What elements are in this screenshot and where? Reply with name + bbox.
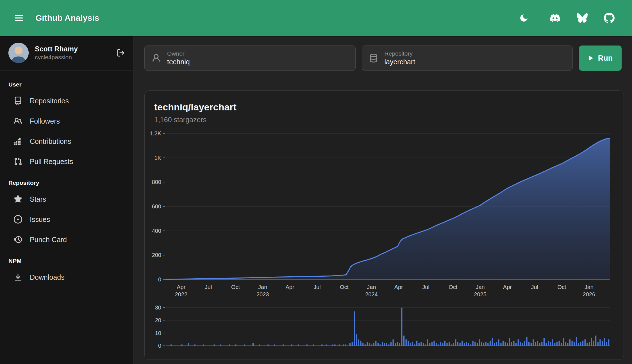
svg-text:1K: 1K	[154, 154, 162, 161]
app-header: Github Analysis	[0, 0, 632, 36]
punch-card-icon	[13, 235, 22, 244]
sidebar-item-label: Pull Requests	[30, 158, 73, 166]
nav-section-user: User	[0, 73, 133, 91]
svg-text:0: 0	[158, 343, 161, 349]
svg-text:Jan: Jan	[367, 284, 376, 290]
svg-text:200: 200	[152, 252, 161, 258]
repository-field-text: Repository layerchart	[385, 50, 415, 66]
card-subtitle: 1,160 stargazers	[154, 116, 611, 124]
svg-text:2022: 2022	[175, 291, 188, 297]
svg-text:2024: 2024	[365, 291, 378, 297]
owner-input[interactable]: Owner techniq	[144, 46, 356, 71]
charts: 02004006008001K1.2KApr2022JulOctJan2023A…	[145, 129, 624, 353]
svg-text:Apr: Apr	[177, 284, 185, 290]
bluesky-link[interactable]	[577, 13, 588, 23]
sign-out-button[interactable]	[116, 49, 125, 57]
sidebar-item-pull-requests[interactable]: Pull Requests	[0, 151, 133, 172]
card-head: techniq/layerchart 1,160 stargazers	[145, 91, 624, 124]
svg-text:2025: 2025	[474, 291, 486, 297]
person-icon	[151, 53, 161, 63]
header-actions	[519, 12, 615, 24]
svg-text:Oct: Oct	[231, 284, 240, 290]
owner-field-label: Owner	[167, 50, 190, 57]
sidebar-item-followers[interactable]: Followers	[0, 111, 133, 131]
followers-icon	[13, 117, 22, 125]
menu-button[interactable]	[13, 13, 24, 23]
svg-text:2023: 2023	[256, 291, 269, 297]
svg-text:Jul: Jul	[205, 284, 212, 290]
svg-text:30: 30	[155, 304, 161, 311]
sidebar-item-label: Repositories	[30, 97, 69, 105]
butterfly-icon	[577, 13, 588, 23]
profile-text: Scott Rhamy cycle4passion	[35, 45, 116, 61]
sidebar-item-label: Followers	[30, 117, 60, 125]
hamburger-icon	[13, 13, 24, 23]
repository-input[interactable]: Repository layerchart	[362, 46, 573, 71]
sidebar-item-label: Stars	[30, 195, 46, 203]
stargazers-card: techniq/layerchart 1,160 stargazers 0200…	[144, 90, 624, 360]
owner-field-text: Owner techniq	[167, 50, 190, 66]
svg-text:Jan: Jan	[258, 284, 267, 290]
run-button[interactable]: Run	[579, 46, 622, 71]
toolbar: Owner techniq Repository layerchart Run	[144, 46, 622, 71]
svg-text:Oct: Oct	[449, 284, 458, 290]
pull-request-icon	[13, 157, 22, 166]
svg-text:10: 10	[155, 330, 161, 336]
sidebar-item-label: Downloads	[30, 273, 65, 281]
profile-name: Scott Rhamy	[35, 45, 116, 53]
github-link[interactable]	[604, 13, 615, 23]
dark-mode-toggle[interactable]	[519, 13, 529, 23]
svg-text:600: 600	[152, 203, 161, 210]
svg-text:0: 0	[158, 276, 161, 283]
repository-field-value: layerchart	[385, 58, 415, 66]
stargazers-area-chart: 02004006008001K1.2KApr2022JulOctJan2023A…	[145, 129, 624, 304]
avatar	[8, 43, 29, 63]
play-icon	[588, 55, 594, 61]
svg-text:Jul: Jul	[313, 284, 321, 290]
github-icon	[604, 13, 615, 23]
contributions-icon	[13, 137, 22, 145]
sidebar-item-downloads[interactable]: Downloads	[0, 267, 133, 287]
sidebar-item-punch-card[interactable]: Punch Card	[0, 229, 133, 250]
stars-per-week-bar-chart: 0102030	[145, 304, 624, 353]
download-icon	[13, 273, 22, 281]
profile-username: cycle4passion	[35, 53, 116, 61]
database-icon	[369, 53, 378, 63]
run-button-label: Run	[598, 54, 613, 63]
svg-text:Apr: Apr	[285, 284, 294, 290]
sign-out-icon	[116, 49, 125, 57]
star-icon	[13, 195, 22, 203]
svg-text:800: 800	[152, 179, 161, 185]
profile-card: Scott Rhamy cycle4passion	[0, 36, 133, 70]
sidebar-nav: User Repositories Followers Cont	[0, 70, 133, 287]
svg-text:Jan: Jan	[476, 284, 485, 290]
sidebar-item-issues[interactable]: Issues	[0, 209, 133, 229]
svg-text:20: 20	[155, 317, 161, 323]
card-title: techniq/layerchart	[154, 101, 611, 113]
main-content: Owner techniq Repository layerchart Run	[133, 36, 632, 364]
sidebar-item-stars[interactable]: Stars	[0, 189, 133, 209]
sidebar-item-contributions[interactable]: Contributions	[0, 131, 133, 151]
svg-text:Apr: Apr	[394, 284, 403, 290]
discord-icon	[549, 12, 561, 24]
owner-field-value: techniq	[167, 58, 190, 66]
sidebar-item-repositories[interactable]: Repositories	[0, 91, 133, 111]
nav-section-npm: NPM	[0, 250, 133, 267]
discord-link[interactable]	[549, 12, 561, 24]
issue-icon	[13, 215, 22, 224]
svg-text:1.2K: 1.2K	[150, 130, 162, 136]
sidebar: Scott Rhamy cycle4passion User Repositor…	[0, 36, 133, 364]
sidebar-item-label: Contributions	[30, 137, 71, 145]
svg-text:Jul: Jul	[422, 284, 429, 290]
svg-text:Jul: Jul	[531, 284, 538, 290]
svg-text:Jan: Jan	[585, 284, 594, 290]
svg-text:400: 400	[152, 228, 161, 234]
svg-text:Oct: Oct	[340, 284, 349, 290]
moon-icon	[519, 13, 529, 23]
svg-text:Apr: Apr	[503, 284, 512, 290]
nav-section-repository: Repository	[0, 172, 133, 189]
sidebar-item-label: Punch Card	[30, 236, 67, 244]
sidebar-item-label: Issues	[30, 215, 50, 224]
app-title: Github Analysis	[35, 13, 99, 23]
repository-field-label: Repository	[385, 50, 415, 57]
